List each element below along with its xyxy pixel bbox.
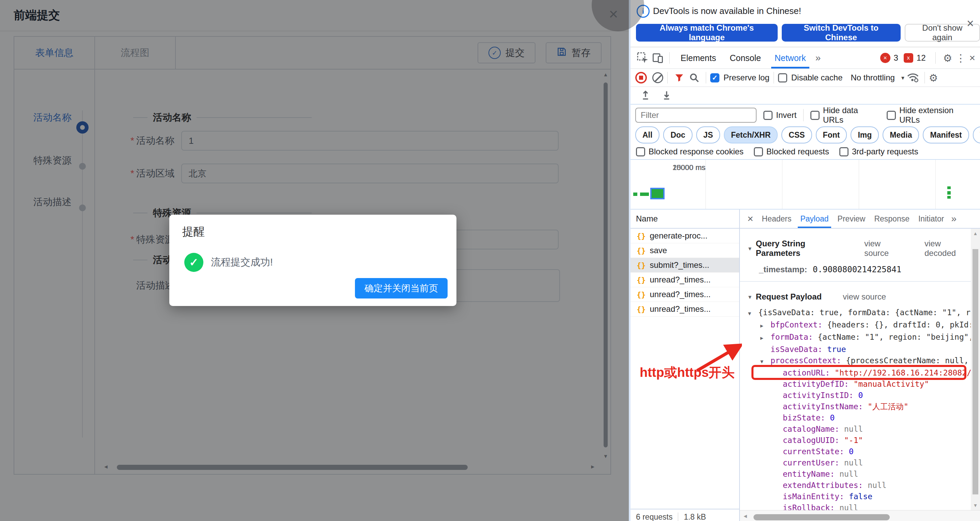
- payload-tree-line[interactable]: catalogUUID: "-1": [747, 435, 970, 446]
- banner-close-icon[interactable]: ×: [967, 16, 974, 31]
- switch-chinese-button[interactable]: Switch DevTools to Chinese: [782, 24, 900, 41]
- tab-initiator[interactable]: Initiator: [914, 210, 948, 228]
- disable-cache-checkbox[interactable]: [778, 73, 787, 83]
- request-row[interactable]: {} generate-proc...: [630, 229, 739, 243]
- payload-tree-line[interactable]: catalogName: null: [747, 424, 970, 435]
- preserve-log-checkbox[interactable]: ✓: [710, 73, 719, 83]
- query-string-title[interactable]: Query String Parameters: [756, 239, 843, 258]
- type-filter-pill[interactable]: Fetch/XHR: [724, 126, 778, 143]
- request-row[interactable]: {} save: [630, 243, 739, 258]
- more-tabs-icon[interactable]: »: [813, 53, 824, 64]
- tab-console[interactable]: Console: [723, 47, 768, 69]
- tab-response[interactable]: Response: [870, 210, 914, 228]
- type-filter-pill[interactable]: Doc: [663, 126, 692, 143]
- payload-tree-line[interactable]: ▼{isSaveData: true, formData: {actName: …: [747, 307, 970, 319]
- payload-tree-line[interactable]: isSaveData: true: [747, 344, 970, 355]
- extra-filter-checkbox[interactable]: [754, 147, 763, 156]
- type-filter-pill[interactable]: CSS: [781, 126, 812, 143]
- request-name: unread?_times...: [650, 290, 711, 299]
- tree-expander-icon[interactable]: ▶: [760, 320, 770, 331]
- hide-extension-urls-checkbox[interactable]: [887, 111, 896, 120]
- tree-expander-icon[interactable]: ▼: [760, 356, 770, 367]
- payload-tree-line[interactable]: currentUser: null: [747, 457, 970, 468]
- detail-vertical-scrollbar[interactable]: ▲ ▼: [971, 229, 980, 510]
- request-payload-title[interactable]: Request Payload: [756, 292, 822, 301]
- filter-input[interactable]: [635, 108, 757, 123]
- network-settings-gear-icon[interactable]: ⚙: [929, 72, 938, 84]
- record-network-icon[interactable]: [635, 72, 647, 83]
- match-language-button[interactable]: Always match Chrome's language: [636, 24, 778, 41]
- extra-filter-checkbox[interactable]: [636, 147, 645, 156]
- confirm-close-button[interactable]: 确定并关闭当前页: [355, 278, 448, 298]
- chevron-down-icon[interactable]: ▼: [900, 75, 905, 81]
- type-filter-pill[interactable]: JS: [696, 126, 720, 143]
- request-row[interactable]: {} submit?_times...: [630, 258, 739, 272]
- network-overview-timeline[interactable]: 5000 ms10000 ms15000 ms20000 ms: [630, 160, 980, 210]
- scroll-down-icon[interactable]: ▼: [971, 503, 980, 508]
- request-row[interactable]: {} unread?_times...: [630, 302, 739, 317]
- name-column-header[interactable]: Name: [630, 210, 739, 229]
- request-row[interactable]: {} unread?_times...: [630, 272, 739, 287]
- scroll-left-icon[interactable]: ◄: [743, 513, 748, 519]
- tab-elements[interactable]: Elements: [674, 47, 723, 69]
- payload-tree-line[interactable]: ▶bfpContext: {headers: {}, draftId: 0, p…: [747, 319, 970, 331]
- payload-tree-line[interactable]: actionURL: "http://192.168.16.214:28082/…: [747, 367, 970, 379]
- horizontal-scroll-thumb[interactable]: [754, 514, 890, 520]
- payload-tree-line[interactable]: entityName: null: [747, 468, 970, 480]
- tab-payload[interactable]: Payload: [796, 210, 833, 228]
- devtools-close-icon[interactable]: ×: [969, 52, 975, 64]
- type-filter-pill[interactable]: Font: [816, 126, 847, 143]
- payload-tree-line[interactable]: extendAttributes: null: [747, 480, 970, 491]
- search-icon[interactable]: [687, 70, 702, 85]
- extra-filter: Blocked response cookies: [636, 147, 744, 156]
- request-name: unread?_times...: [650, 304, 711, 314]
- filter-funnel-icon[interactable]: [672, 70, 687, 85]
- devtools-tab-bar: Elements Console Network » × 3 x 12 ⚙ ⋮ …: [630, 47, 980, 69]
- payload-tree-line[interactable]: ▼processContext: {processCreaterName: nu…: [747, 355, 970, 367]
- settings-gear-icon[interactable]: ⚙: [943, 52, 952, 64]
- collapse-icon[interactable]: ▼: [747, 294, 752, 300]
- type-filter-pill[interactable]: WS: [973, 126, 980, 143]
- more-detail-tabs-icon[interactable]: »: [948, 213, 959, 224]
- view-source-link[interactable]: view source: [843, 292, 886, 301]
- device-toolbar-icon[interactable]: [650, 51, 665, 65]
- export-har-icon[interactable]: [659, 88, 674, 103]
- tab-network[interactable]: Network: [768, 47, 813, 69]
- payload-tree-line[interactable]: currentState: 0: [747, 446, 970, 457]
- hide-data-urls-checkbox[interactable]: [810, 111, 819, 120]
- payload-tree-line[interactable]: bizState: 0: [747, 412, 970, 424]
- tree-expander-icon[interactable]: ▼: [748, 308, 758, 319]
- collapse-icon[interactable]: ▼: [747, 246, 752, 252]
- tab-preview[interactable]: Preview: [833, 210, 870, 228]
- payload-tree-line[interactable]: activityInstName: "人工活动": [747, 401, 970, 412]
- detail-horizontal-scrollbar[interactable]: ◄: [740, 510, 980, 521]
- view-source-link[interactable]: view source: [864, 239, 904, 258]
- tree-expander-icon[interactable]: ▶: [760, 333, 770, 344]
- type-filter-pill[interactable]: Manifest: [923, 126, 969, 143]
- network-toolbar: ✓ Preserve log Disable cache No throttli…: [630, 69, 980, 87]
- scroll-up-icon[interactable]: ▲: [971, 231, 980, 236]
- type-filter-pill[interactable]: Img: [851, 126, 879, 143]
- payload-tree-line[interactable]: isMainEntity: false: [747, 491, 970, 502]
- tab-headers[interactable]: Headers: [757, 210, 796, 228]
- close-detail-icon[interactable]: ×: [743, 213, 757, 225]
- network-conditions-icon[interactable]: [905, 70, 920, 85]
- import-har-icon[interactable]: [638, 88, 653, 103]
- kebab-menu-icon[interactable]: ⋮: [956, 52, 966, 64]
- payload-tree-line[interactable]: ▶formData: {actName: "1", region: "beiji…: [747, 331, 970, 344]
- error-badge-icon[interactable]: ×: [880, 53, 891, 63]
- invert-checkbox[interactable]: [764, 111, 773, 120]
- type-filter-pill[interactable]: All: [635, 126, 659, 143]
- extra-filter-checkbox[interactable]: [839, 147, 848, 156]
- payload-tree-line[interactable]: activityDefID: "manualActivity": [747, 379, 970, 390]
- issues-badge-icon[interactable]: x: [904, 53, 913, 63]
- inspect-element-icon[interactable]: [635, 51, 650, 65]
- vertical-scroll-thumb[interactable]: [972, 249, 978, 494]
- request-row[interactable]: {} unread?_times...: [630, 287, 739, 302]
- payload-tree-line[interactable]: activityInstID: 0: [747, 390, 970, 401]
- view-decoded-link[interactable]: view decoded: [924, 239, 970, 258]
- type-filter-pill[interactable]: Media: [883, 126, 919, 143]
- throttling-select[interactable]: No throttling: [851, 73, 894, 83]
- payload-tree-line[interactable]: isRollback: null: [747, 502, 970, 510]
- clear-network-icon[interactable]: [652, 72, 663, 83]
